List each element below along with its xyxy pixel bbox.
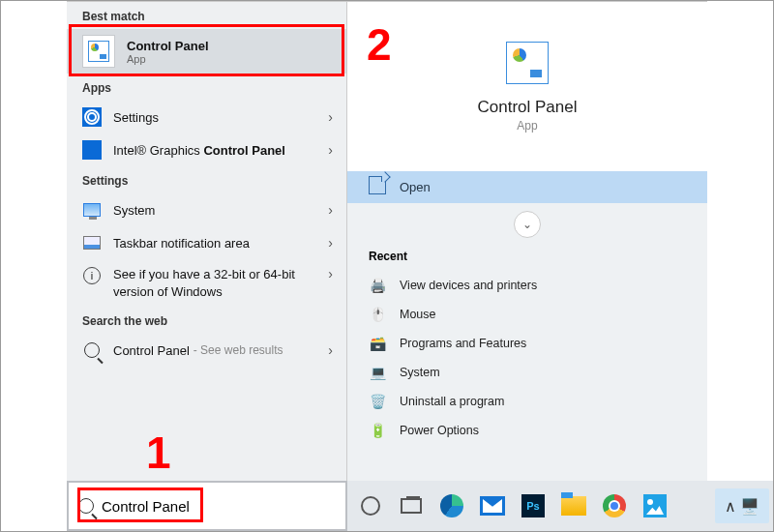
web-result[interactable]: Control Panel - See web results ›	[67, 334, 346, 367]
file-explorer-icon[interactable]	[556, 488, 591, 523]
recent-heading: Recent	[347, 246, 707, 271]
info-icon: i	[82, 266, 102, 285]
programs-icon: 🗃️	[369, 335, 386, 352]
section-web: Search the web	[67, 307, 346, 334]
setting-label: System	[113, 203, 155, 218]
setting-result-bitness[interactable]: i See if you have a 32-bit or 64-bit ver…	[67, 259, 346, 307]
search-icon	[82, 340, 102, 360]
tray-collapsed[interactable]: ∧ 🖥️	[715, 488, 769, 523]
chevron-right-icon: ›	[328, 109, 333, 125]
recent-item[interactable]: 💻System	[347, 358, 707, 387]
preview-subtitle: App	[517, 119, 537, 133]
recent-item[interactable]: 🗃️Programs and Features	[347, 329, 707, 358]
app-result-settings[interactable]: Settings ›	[67, 101, 346, 133]
task-view-button[interactable]	[394, 488, 429, 523]
web-label: Control Panel	[113, 343, 190, 358]
photoshop-icon[interactable]: Ps	[516, 488, 551, 523]
setting-result-taskbar[interactable]: Taskbar notification area ›	[67, 226, 346, 259]
setting-label: Taskbar notification area	[113, 236, 250, 251]
mail-icon[interactable]	[475, 488, 510, 523]
open-label: Open	[400, 180, 431, 194]
setting-label: See if you have a 32-bit or 64-bit versi…	[113, 266, 316, 300]
open-action[interactable]: Open	[347, 171, 707, 203]
photos-icon[interactable]	[638, 488, 672, 523]
annotation-number-2: 2	[367, 18, 392, 71]
recent-item[interactable]: 🖨️View devices and printers	[347, 271, 707, 300]
control-panel-large-icon	[506, 42, 549, 84]
expand-chevron[interactable]: ⌄	[514, 211, 541, 238]
printer-icon: 🖨️	[369, 277, 386, 294]
blank-column	[1, 1, 67, 532]
monitor-icon	[82, 200, 102, 220]
system-icon: 💻	[369, 364, 386, 381]
recent-item[interactable]: 🗑️Uninstall a program	[347, 387, 707, 416]
app-label: Settings	[113, 110, 159, 125]
taskbar: Ps ∧ 🖥️	[347, 481, 774, 531]
preview-panel: Control Panel App Open ⌄ Recent 🖨️View d…	[347, 1, 707, 483]
chevron-right-icon: ›	[328, 202, 333, 218]
open-icon	[369, 181, 386, 194]
recent-item[interactable]: 🔋Power Options	[347, 416, 707, 445]
svg-point-0	[88, 113, 96, 121]
power-icon: 🔋	[369, 422, 386, 439]
recent-item[interactable]: 🖱️Mouse	[347, 300, 707, 329]
chevron-right-icon: ›	[328, 142, 333, 158]
chevron-right-icon: ›	[328, 266, 333, 281]
app-label: Intel® Graphics Control Panel	[113, 143, 285, 158]
annotation-box-search	[77, 488, 203, 522]
setting-result-system[interactable]: System ›	[67, 193, 346, 226]
annotation-number-1: 1	[146, 427, 171, 479]
web-suffix: - See web results	[194, 343, 283, 357]
preview-title: Control Panel	[477, 98, 577, 117]
app-result-intel-graphics[interactable]: Intel® Graphics Control Panel ›	[67, 133, 346, 166]
edge-icon[interactable]	[434, 488, 469, 523]
taskbar-icon	[82, 233, 102, 252]
cortana-button[interactable]	[353, 488, 388, 523]
settings-icon	[82, 107, 102, 127]
chrome-icon[interactable]	[597, 488, 632, 523]
chevron-right-icon: ›	[328, 235, 333, 251]
section-settings: Settings	[67, 166, 346, 193]
chevron-right-icon: ›	[328, 342, 333, 358]
preview-header: Control Panel App	[347, 2, 707, 171]
mouse-icon: 🖱️	[369, 306, 386, 323]
annotation-box-best-match	[69, 24, 344, 76]
section-apps: Apps	[67, 74, 346, 101]
uninstall-icon: 🗑️	[369, 393, 386, 410]
intel-icon	[82, 140, 102, 160]
